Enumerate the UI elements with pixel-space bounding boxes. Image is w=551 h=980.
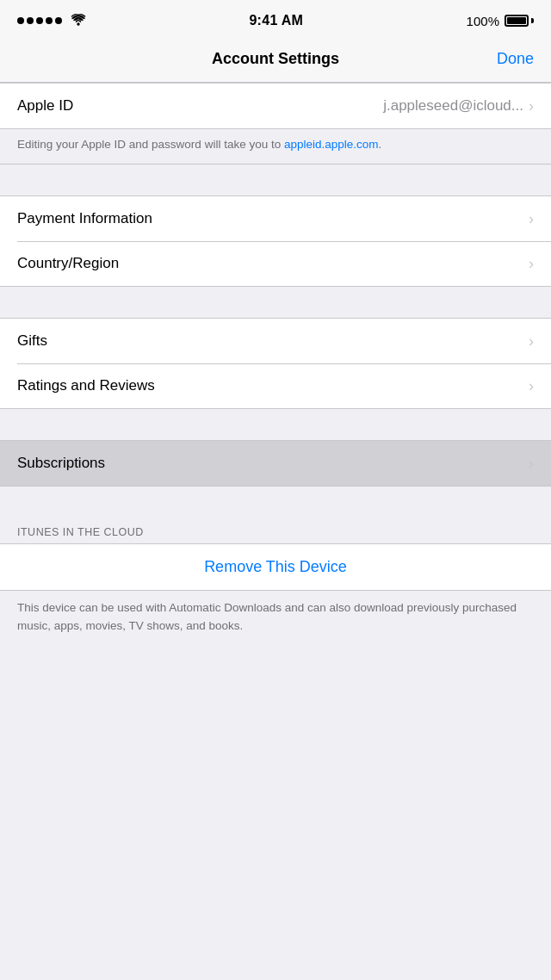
separator-3 (0, 409, 551, 440)
payment-information-row[interactable]: Payment Information › (0, 196, 551, 241)
itunes-cloud-note: This device can be used with Automatic D… (0, 591, 551, 653)
signal-icon (17, 17, 62, 24)
subscriptions-row[interactable]: Subscriptions › (0, 441, 551, 486)
itunes-cloud-header: iTunes in the Cloud (0, 518, 551, 543)
gifts-section: Gifts › Ratings and Reviews › (0, 318, 551, 409)
ratings-reviews-row[interactable]: Ratings and Reviews › (0, 363, 551, 408)
ratings-reviews-label: Ratings and Reviews (17, 377, 529, 394)
gifts-chevron-icon: › (529, 332, 534, 350)
status-left (17, 12, 86, 30)
battery-percent: 100% (467, 14, 499, 28)
done-button[interactable]: Done (482, 50, 534, 68)
separator-2 (0, 287, 551, 318)
apple-id-link[interactable]: appleid.apple.com (284, 138, 379, 151)
apple-id-chevron-icon: › (529, 97, 534, 115)
payment-section: Payment Information › Country/Region › (0, 195, 551, 287)
battery-icon (505, 15, 534, 27)
gifts-label: Gifts (17, 332, 529, 350)
country-chevron-icon: › (529, 255, 534, 273)
payment-information-label: Payment Information (17, 210, 529, 227)
apple-id-section: Apple ID j.appleseed@icloud... › (0, 83, 551, 129)
status-bar: 9:41 AM 100% (0, 0, 551, 38)
subscriptions-section: Subscriptions › (0, 440, 551, 487)
subscriptions-label: Subscriptions (17, 455, 529, 472)
apple-id-value-group: j.appleseed@icloud... › (383, 97, 534, 115)
remove-device-label: Remove This Device (204, 558, 347, 576)
status-right: 100% (467, 14, 534, 28)
payment-chevron-icon: › (529, 210, 534, 228)
nav-title: Account Settings (69, 50, 482, 68)
country-region-row[interactable]: Country/Region › (0, 241, 551, 286)
country-region-label: Country/Region (17, 255, 529, 272)
nav-bar: Account Settings Done (0, 38, 551, 83)
apple-id-value: j.appleseed@icloud... (383, 97, 523, 115)
wifi-icon (71, 12, 86, 30)
ratings-chevron-icon: › (529, 377, 534, 395)
status-time: 9:41 AM (249, 13, 303, 28)
subscriptions-chevron-icon: › (529, 455, 534, 473)
separator-4 (0, 487, 551, 518)
svg-point-0 (77, 22, 80, 25)
gifts-row[interactable]: Gifts › (0, 319, 551, 363)
separator-1 (0, 164, 551, 195)
apple-id-row[interactable]: Apple ID j.appleseed@icloud... › (0, 84, 551, 128)
apple-id-label: Apple ID (17, 97, 73, 115)
remove-device-row[interactable]: Remove This Device (0, 543, 551, 591)
apple-id-note: Editing your Apple ID and password will … (0, 129, 551, 164)
